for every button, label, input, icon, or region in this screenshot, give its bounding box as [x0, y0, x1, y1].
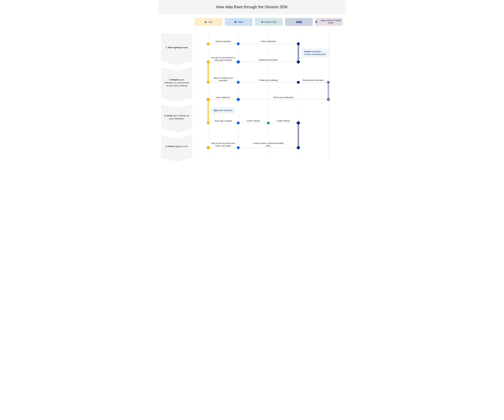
diagram-page: How data flows through the Devices SDK 1… — [158, 0, 346, 166]
device-icon — [315, 21, 318, 23]
node-okta-receive-cred — [297, 42, 300, 45]
step-4: 4. Finish signing in user — [161, 135, 192, 162]
node-client-show-notif — [236, 97, 240, 101]
node-client-check — [237, 42, 240, 45]
label-select-push: Select to verify by push notification — [211, 77, 235, 82]
activation-push-provider — [328, 82, 329, 100]
activation-okta-final — [298, 123, 299, 148]
gear-icon — [261, 21, 264, 23]
lane-user: User — [195, 18, 222, 26]
step-bold: Finish — [168, 145, 174, 148]
lane-label: Devices SDK — [265, 21, 277, 23]
label-verify-attempt: Verify sign-in attempt — [214, 120, 232, 122]
lane-okta: okta — [285, 18, 312, 26]
node-user-select-push — [207, 81, 210, 84]
label-confirm-attempt-1: Confirm attempt — [246, 120, 260, 122]
lane-push-provider: Apple (APNs) or Google (FCM) — [315, 18, 343, 26]
arrow-request-second-factor — [240, 62, 297, 62]
lifeline-sdk — [268, 27, 269, 158]
step-bold: Request — [171, 78, 179, 81]
arrow-request-push-notif — [300, 82, 327, 83]
lane-label: Client — [238, 21, 243, 23]
lifeline-client — [238, 27, 239, 158]
callout-bold: Open — [214, 109, 218, 112]
callout-confirm-credentials: Confirm credentials, continue evaluating… — [302, 49, 330, 57]
node-okta-push-challenge — [297, 81, 300, 84]
step-bold: Verify — [167, 114, 172, 117]
label-request-push-notif: Request push notification — [303, 79, 324, 82]
content: 1. Start signing in user 2. Request push… — [158, 14, 346, 166]
node-push-provider-receive — [327, 81, 330, 84]
node-user-signed-in — [206, 146, 210, 149]
node-user-submit — [207, 42, 210, 45]
step-rest: signing in user — [174, 145, 188, 148]
callout-bold: Confirm — [304, 51, 311, 53]
node-okta-req-2f — [296, 60, 300, 64]
label-ask-second-factor: Ask user for second factor to verify sig… — [209, 56, 237, 61]
node-client-signin — [237, 146, 240, 149]
label-submit-credentials: Submit credentials — [216, 40, 231, 43]
globe-icon — [234, 21, 237, 23]
steps-column: 1. Start signing in user 2. Request push… — [161, 18, 192, 162]
arrow-ask-second-factor — [210, 62, 237, 62]
callout-open-push: Open push notification — [211, 107, 235, 113]
activation-user-open — [207, 100, 209, 123]
callout-rest: push notification — [218, 109, 232, 112]
node-push-deliver — [326, 97, 330, 101]
activation-okta-confirm — [298, 44, 299, 62]
page-title: How data flows through the Devices SDK — [158, 5, 346, 9]
label-check-credentials: Check credentials — [261, 40, 276, 43]
label-request-second-factor: Request second factor — [259, 59, 278, 61]
label-show-notif: Show notification — [216, 96, 230, 99]
node-okta-confirm-attempt — [296, 121, 300, 125]
step-rest: sign-in attempt via push notification — [169, 114, 189, 120]
lanes-header: User Client Devices SDK okta — [195, 18, 343, 26]
label-confirm-attempt-2: Confirm attempt — [276, 120, 290, 122]
step-num: 2. — [169, 78, 171, 81]
step-num: 4. — [166, 145, 168, 148]
lane-sdk: Devices SDK — [255, 18, 282, 26]
lifeline-user — [208, 27, 209, 158]
svg-rect-2 — [316, 21, 317, 22]
step-num: 3. — [164, 114, 166, 117]
step-1: 1. Start signing in user — [161, 34, 192, 65]
activation-user-2f — [207, 62, 209, 82]
node-user-notif — [206, 97, 210, 101]
label-confirm-request: Confirm request, continue evaluating pol… — [253, 142, 284, 147]
node-client-confirm — [237, 122, 240, 124]
node-okta-signin — [296, 146, 300, 149]
person-icon — [204, 21, 207, 23]
diagram-column: User Client Devices SDK okta — [195, 18, 343, 162]
label-deliver-push: Deliver push notification — [273, 96, 293, 99]
node-sdk-confirm — [267, 122, 270, 124]
arrow-select-push — [210, 82, 237, 83]
lane-label: Apple (APNs) or Google (FCM) — [319, 19, 343, 24]
arrow-create-push — [240, 82, 297, 83]
page-header: How data flows through the Devices SDK — [158, 0, 346, 14]
label-sign-in: Sign in user (or ask for more factors, p… — [210, 142, 236, 147]
sequence-grid: Submit credentials Check credentials Con… — [195, 27, 343, 158]
lane-label: User — [208, 21, 212, 23]
step-3: 3. Verify sign-in attempt via push notif… — [161, 104, 192, 132]
step-num: 1. — [166, 46, 168, 49]
step-label: Start signing in user — [168, 46, 188, 49]
lane-client: Client — [225, 18, 252, 26]
okta-logo: okta — [296, 20, 302, 24]
step-2: 2. Request push notification as second f… — [161, 67, 192, 102]
label-create-push: Create push challenge — [259, 79, 278, 82]
node-user-verify — [207, 122, 210, 124]
node-client-create-push — [237, 81, 240, 84]
